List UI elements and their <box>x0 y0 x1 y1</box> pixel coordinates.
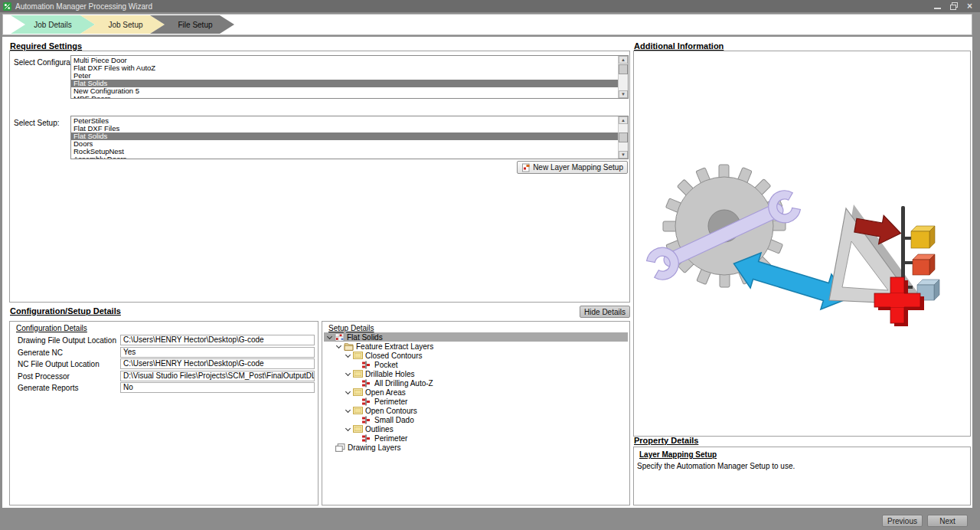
chevron-down-icon[interactable] <box>345 352 351 359</box>
previous-button[interactable]: Previous <box>882 515 923 527</box>
scroll-up-icon[interactable]: ▲ <box>619 56 628 64</box>
setup-details-panel: Setup Details Flat Solids Feature Extrac… <box>322 321 630 505</box>
folder-icon <box>344 342 354 351</box>
list-item[interactable]: Flat DXF Files <box>71 125 618 132</box>
required-settings-panel: Select Configuration: Multi Piece Door F… <box>9 51 630 303</box>
tree-item-label: All Drilling Auto-Z <box>374 379 433 388</box>
next-button[interactable]: Next <box>927 515 968 527</box>
app-icon <box>3 2 11 11</box>
scroll-down-icon[interactable]: ▼ <box>619 151 628 159</box>
tree-item-label: Feature Extract Layers <box>356 342 433 351</box>
tree-item[interactable]: Flat Solids <box>324 332 628 342</box>
restore-icon[interactable] <box>950 2 958 10</box>
configuration-setup-details-heading: Configuration/Setup Details <box>10 306 121 316</box>
generate-reports-field[interactable]: No <box>120 382 315 393</box>
layer-icon <box>353 425 363 433</box>
configuration-details-panel: Configuration Details Drawing File Outpu… <box>9 321 318 505</box>
hide-details-button[interactable]: Hide Details <box>580 306 630 318</box>
chevron-down-icon[interactable] <box>345 371 351 378</box>
footer-bar: Previous Next <box>0 508 980 530</box>
chevron-down-icon[interactable] <box>345 389 351 396</box>
post-processor-field[interactable]: D:\Visual Studio Files\Projects\SCM_Post… <box>120 371 315 381</box>
tab-job-details[interactable]: Job Details <box>11 15 95 34</box>
new-layer-mapping-setup-button[interactable]: New Layer Mapping Setup <box>517 161 628 174</box>
field-label: NC File Output Location <box>18 360 100 368</box>
tree-item-label: Drillable Holes <box>365 370 414 378</box>
configuration-listbox[interactable]: Multi Piece Door Flat DXF Files with Aut… <box>70 55 629 99</box>
tree-item[interactable]: Perimeter <box>324 433 628 443</box>
tree-item[interactable]: Feature Extract Layers <box>324 342 628 351</box>
property-details-panel: Layer Mapping Setup Specify the Automati… <box>633 447 971 505</box>
scroll-up-icon[interactable]: ▲ <box>619 116 628 124</box>
list-item[interactable]: Doors <box>71 140 618 148</box>
tree-item[interactable]: Small Dado <box>324 415 628 424</box>
layer-icon <box>353 407 363 415</box>
field-row: Post Processor D:\Visual Studio Files\Pr… <box>10 371 318 382</box>
layer-icon <box>353 370 363 378</box>
tree-item[interactable]: Open Areas <box>324 388 628 397</box>
field-label: Post Processor <box>18 372 70 381</box>
tree-item-label: Flat Solids <box>347 333 383 342</box>
field-row: Generate Reports No <box>10 382 318 394</box>
clipart-3d-graphic <box>634 51 972 437</box>
tree-item-label: Open Areas <box>365 388 406 397</box>
window-title: Automation Manager Processing Wizard <box>15 2 152 11</box>
tree-item[interactable]: Perimeter <box>324 397 628 406</box>
chevron-down-icon[interactable] <box>335 343 342 350</box>
field-row: Drawing File Output Location C:\Users\HE… <box>10 335 318 346</box>
list-item[interactable]: RockSetupNest <box>71 148 618 155</box>
operation-icon <box>362 379 372 388</box>
tree-item[interactable]: Open Contours <box>324 406 628 415</box>
additional-information-heading: Additional Information <box>634 41 724 51</box>
tree-item[interactable]: Closed Contours <box>324 351 628 360</box>
tree-item[interactable]: Pocket <box>324 360 628 369</box>
chevron-down-icon[interactable] <box>345 407 351 414</box>
close-icon[interactable]: × <box>967 2 972 10</box>
property-description: Specify the Automation Manager Setup to … <box>637 462 795 470</box>
configuration-details-heading: Configuration Details <box>16 324 87 332</box>
tree-item[interactable]: Drawing Layers <box>324 443 628 452</box>
list-item[interactable]: Peter <box>71 72 618 80</box>
list-item-selected[interactable]: Flat Solids <box>71 80 618 87</box>
tree-item[interactable]: Outlines <box>324 424 628 433</box>
title-bar: Automation Manager Processing Wizard × <box>0 0 980 12</box>
field-label: Drawing File Output Location <box>18 336 116 345</box>
setup-listbox[interactable]: PeterStiles Flat DXF Files Flat Solids D… <box>70 116 629 159</box>
list-item[interactable]: MDF Doors <box>71 95 618 99</box>
scroll-down-icon[interactable]: ▼ <box>619 90 628 98</box>
papers-icon <box>335 443 345 452</box>
minimize-icon[interactable] <box>934 3 941 9</box>
list-item[interactable]: PeterStiles <box>71 117 618 125</box>
tree-item-label: Closed Contours <box>365 352 422 360</box>
tree-item-label: Perimeter <box>374 434 407 443</box>
tree-item-label: Outlines <box>365 425 394 433</box>
list-item[interactable]: New Configuration 5 <box>71 87 618 95</box>
list-item[interactable]: Flat DXF Files with AutoZ <box>71 64 618 72</box>
property-title: Layer Mapping Setup <box>639 450 717 459</box>
content-area: Required Settings Select Configuration: … <box>2 37 972 508</box>
tree-item-label: Perimeter <box>374 398 407 406</box>
tree-item-label: Pocket <box>374 361 398 369</box>
chevron-down-icon[interactable] <box>326 334 333 341</box>
select-setup-label: Select Setup: <box>14 119 59 127</box>
setup-details-tree: Flat Solids Feature Extract Layers Close… <box>324 332 628 452</box>
tree-item-label: Open Contours <box>365 407 417 415</box>
scrollbar-thumb[interactable] <box>619 132 628 142</box>
tree-item-label: Drawing Layers <box>348 443 400 452</box>
field-label: Generate Reports <box>18 384 79 392</box>
layer-icon <box>353 388 363 397</box>
wizard-step-strip: Job Details Job Setup File Setup <box>2 14 972 35</box>
mapping-icon <box>335 333 345 342</box>
scrollbar[interactable]: ▲ ▼ <box>618 56 628 98</box>
list-item-selected[interactable]: Flat Solids <box>71 132 618 140</box>
list-item[interactable]: Assembly Doors <box>71 155 618 159</box>
tree-item[interactable]: All Drilling Auto-Z <box>324 378 628 388</box>
field-row: Generate NC Yes <box>10 347 318 358</box>
scrollbar-thumb[interactable] <box>619 64 628 74</box>
tree-item[interactable]: Drillable Holes <box>324 369 628 378</box>
nc-file-output-location-field[interactable]: C:\Users\HENRY Hector\Desktop\G-code <box>120 358 315 369</box>
scrollbar[interactable]: ▲ ▼ <box>618 116 628 159</box>
generate-nc-field[interactable]: Yes <box>120 347 315 358</box>
chevron-down-icon[interactable] <box>345 426 351 433</box>
drawing-file-output-location-field[interactable]: C:\Users\HENRY Hector\Desktop\G-code <box>120 335 315 345</box>
